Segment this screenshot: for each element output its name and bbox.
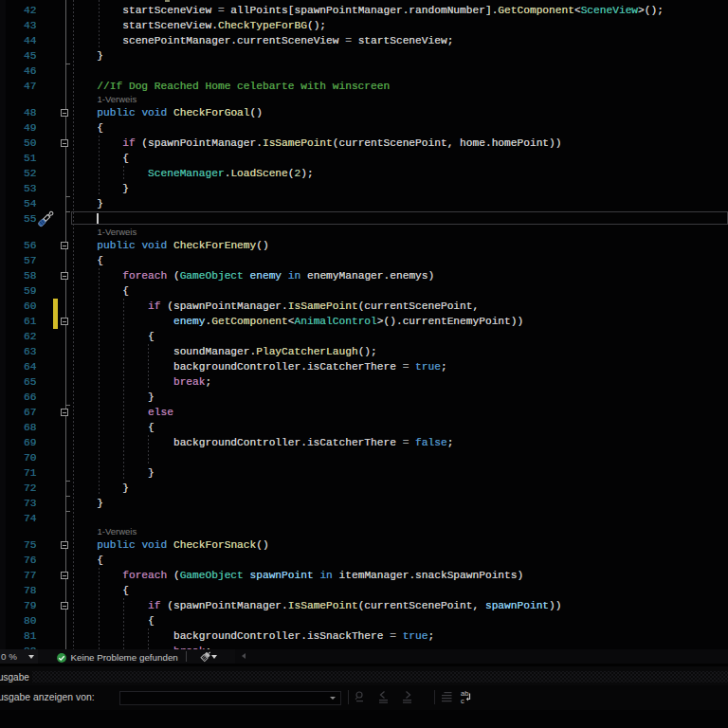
svg-text:c: c xyxy=(461,697,464,705)
